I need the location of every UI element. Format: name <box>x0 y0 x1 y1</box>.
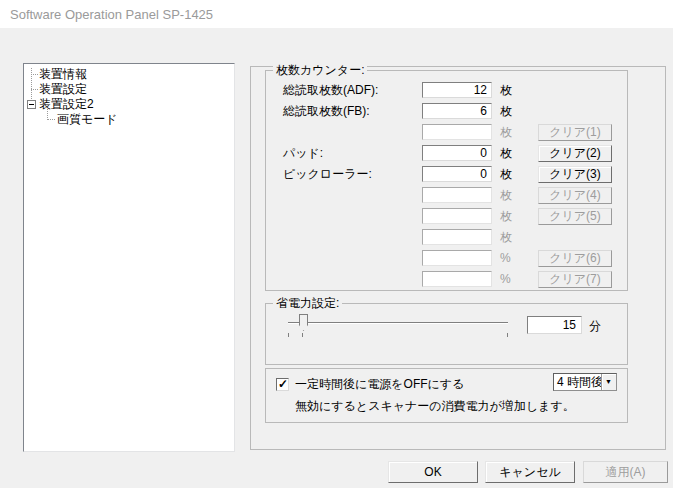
auto-power-off-checkbox[interactable] <box>276 378 289 391</box>
counter-value-field[interactable]: 0 <box>422 145 492 161</box>
tree-item-image-quality-mode[interactable]: 画質モード <box>57 112 118 127</box>
sheet-counter-group: 枚数カウンター: 総読取枚数(ADF): 12 枚 総読取枚数(FB): 6 枚… <box>265 70 628 291</box>
counter-value-field[interactable]: 6 <box>422 103 492 119</box>
counter-unit: 枚 <box>500 125 512 140</box>
apply-button: 適用(A) <box>583 461 668 483</box>
counter-unit: 枚 <box>500 83 512 98</box>
counter-value-field <box>422 271 492 287</box>
counter-value-field <box>422 229 492 245</box>
dropdown-selected-value: 4 時間後 <box>557 376 603 389</box>
auto-power-off-note: 無効にするとスキャナーの消費電力が増加します。 <box>295 399 575 414</box>
tree-item-device-setting[interactable]: 装置設定 <box>39 82 87 97</box>
counter-row-10: % クリア(7) <box>266 271 627 289</box>
counter-unit: 枚 <box>500 167 512 182</box>
clear-4-button: クリア(4) <box>538 187 612 204</box>
power-saving-minutes-field[interactable]: 15 <box>527 316 582 334</box>
counter-row-adf: 総読取枚数(ADF): 12 枚 <box>266 82 627 100</box>
tree-item-device-setting2[interactable]: 装置設定2 <box>39 97 94 112</box>
counter-value-field <box>422 124 492 140</box>
counter-unit: 枚 <box>500 146 512 161</box>
counter-label: ピックローラー: <box>283 167 372 182</box>
clear-3-button[interactable]: クリア(3) <box>538 166 612 183</box>
counter-unit: 枚 <box>500 209 512 224</box>
counter-value-field <box>422 187 492 203</box>
tree-connector-stub <box>47 119 55 120</box>
power-saving-slider-track[interactable] <box>288 322 508 324</box>
sheet-counter-group-label: 枚数カウンター: <box>273 63 367 77</box>
slider-tick <box>507 333 508 337</box>
counter-row-pick-roller: ピックローラー: 0 枚 クリア(3) <box>266 166 627 184</box>
settings-panel: 枚数カウンター: 総読取枚数(ADF): 12 枚 総読取枚数(FB): 6 枚… <box>250 66 666 450</box>
counter-label: 総読取枚数(ADF): <box>283 83 378 98</box>
counter-row-3: 枚 クリア(1) <box>266 124 627 142</box>
clear-6-button: クリア(6) <box>538 250 612 267</box>
auto-power-off-group: 一定時間後に電源をOFFにする 4 時間後 無効にするとスキャナーの消費電力が増… <box>265 368 628 423</box>
counter-label: パッド: <box>283 146 323 161</box>
clear-1-button: クリア(1) <box>538 124 612 141</box>
clear-5-button: クリア(5) <box>538 208 612 225</box>
counter-unit: 枚 <box>500 188 512 203</box>
auto-power-off-label[interactable]: 一定時間後に電源をOFFにする <box>295 377 464 392</box>
auto-power-off-dropdown[interactable]: 4 時間後 <box>553 373 617 391</box>
power-saving-group-label: 省電力設定: <box>273 296 342 310</box>
minus-glyph <box>29 104 34 105</box>
counter-value-field <box>422 208 492 224</box>
counter-value-field <box>422 250 492 266</box>
power-saving-group: 省電力設定: 15 分 <box>265 303 628 365</box>
counter-row-7: 枚 クリア(5) <box>266 208 627 226</box>
tree-collapse-icon[interactable] <box>27 100 36 109</box>
power-saving-slider-thumb[interactable] <box>299 314 308 331</box>
window-title: Software Operation Panel SP-1425 <box>10 7 213 22</box>
device-tree[interactable]: 装置情報 装置設定 装置設定2 画質モード <box>23 63 235 452</box>
counter-row-pad: パッド: 0 枚 クリア(2) <box>266 145 627 163</box>
tree-item-device-info[interactable]: 装置情報 <box>39 67 87 82</box>
counter-unit: % <box>500 251 511 266</box>
tree-connector-stub <box>31 89 38 90</box>
power-saving-minutes-unit: 分 <box>589 318 601 335</box>
counter-value-field[interactable]: 12 <box>422 82 492 98</box>
window-titlebar: Software Operation Panel SP-1425 <box>0 0 673 28</box>
tree-connector-stub <box>31 74 38 75</box>
counter-row-9: % クリア(6) <box>266 250 627 268</box>
counter-unit: % <box>500 272 511 287</box>
cancel-button[interactable]: キャンセル <box>485 461 575 483</box>
counter-row-6: 枚 クリア(4) <box>266 187 627 205</box>
counter-unit: 枚 <box>500 104 512 119</box>
clear-2-button[interactable]: クリア(2) <box>538 145 612 162</box>
clear-7-button: クリア(7) <box>538 271 612 288</box>
counter-unit: 枚 <box>500 230 512 245</box>
counter-row-fb: 総読取枚数(FB): 6 枚 <box>266 103 627 121</box>
counter-label: 総読取枚数(FB): <box>283 104 370 119</box>
slider-tick <box>288 333 289 337</box>
ok-button[interactable]: OK <box>388 461 478 483</box>
counter-row-8: 枚 <box>266 229 627 247</box>
counter-value-field[interactable]: 0 <box>422 166 492 182</box>
slider-tick <box>302 333 303 337</box>
chevron-down-icon[interactable] <box>601 374 616 390</box>
